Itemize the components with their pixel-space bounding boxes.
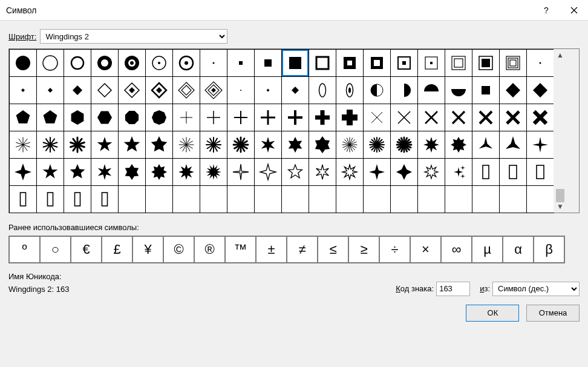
symbol-cell[interactable] bbox=[417, 104, 445, 131]
symbol-cell[interactable] bbox=[118, 185, 146, 213]
symbol-cell[interactable] bbox=[281, 131, 309, 159]
symbol-cell[interactable] bbox=[472, 49, 500, 77]
symbol-cell[interactable] bbox=[118, 104, 146, 131]
symbol-cell[interactable] bbox=[9, 104, 37, 131]
symbol-cell[interactable] bbox=[118, 158, 146, 186]
symbol-cell[interactable] bbox=[472, 131, 500, 159]
symbol-cell[interactable] bbox=[363, 158, 391, 186]
symbol-cell[interactable] bbox=[36, 49, 64, 77]
recent-symbol[interactable]: © bbox=[163, 236, 194, 263]
symbol-cell[interactable] bbox=[309, 131, 336, 159]
symbol-cell[interactable] bbox=[36, 158, 64, 186]
symbol-cell[interactable] bbox=[417, 158, 445, 186]
symbol-cell[interactable] bbox=[309, 76, 336, 104]
symbol-cell[interactable] bbox=[64, 76, 91, 104]
scroll-thumb[interactable] bbox=[556, 189, 564, 202]
recent-symbol[interactable]: £ bbox=[102, 236, 132, 263]
symbol-cell[interactable] bbox=[309, 49, 336, 77]
symbol-cell[interactable] bbox=[417, 49, 445, 77]
symbol-cell[interactable] bbox=[499, 104, 527, 131]
symbol-cell[interactable] bbox=[336, 158, 364, 186]
symbol-cell[interactable] bbox=[526, 131, 554, 159]
symbol-cell[interactable] bbox=[445, 185, 472, 213]
symbol-cell[interactable] bbox=[64, 49, 91, 77]
symbol-cell[interactable] bbox=[36, 131, 64, 159]
symbol-cell[interactable] bbox=[417, 76, 445, 104]
ok-button[interactable]: ОК bbox=[466, 305, 519, 322]
scrollbar[interactable]: ▲ ▼ bbox=[554, 49, 567, 213]
symbol-cell[interactable] bbox=[172, 104, 200, 131]
symbol-cell[interactable] bbox=[200, 76, 227, 104]
symbol-cell[interactable] bbox=[200, 185, 227, 213]
symbol-cell[interactable] bbox=[499, 158, 527, 186]
symbol-cell[interactable] bbox=[145, 104, 173, 131]
symbol-cell[interactable] bbox=[281, 185, 309, 213]
recent-symbol[interactable]: ∞ bbox=[441, 236, 472, 263]
symbol-cell[interactable] bbox=[445, 49, 472, 77]
symbol-cell[interactable] bbox=[64, 104, 91, 131]
symbol-cell[interactable] bbox=[9, 158, 37, 186]
symbol-cell[interactable] bbox=[499, 76, 527, 104]
symbol-cell[interactable] bbox=[526, 185, 554, 213]
symbol-cell[interactable] bbox=[390, 49, 418, 77]
symbol-cell[interactable] bbox=[64, 185, 91, 213]
symbol-cell[interactable] bbox=[9, 49, 37, 77]
symbol-cell[interactable] bbox=[281, 104, 309, 131]
symbol-cell[interactable] bbox=[363, 131, 391, 159]
recent-symbol[interactable]: ○ bbox=[40, 236, 71, 263]
symbol-cell[interactable] bbox=[363, 185, 391, 213]
close-button[interactable] bbox=[560, 0, 588, 21]
symbol-cell[interactable] bbox=[281, 49, 309, 77]
symbol-cell[interactable] bbox=[336, 49, 364, 77]
symbol-cell[interactable] bbox=[526, 76, 554, 104]
symbol-cell[interactable] bbox=[200, 158, 227, 186]
symbol-cell[interactable] bbox=[254, 158, 282, 186]
symbol-cell[interactable] bbox=[499, 131, 527, 159]
symbol-cell[interactable] bbox=[390, 185, 418, 213]
scroll-up-icon[interactable]: ▲ bbox=[557, 51, 564, 59]
symbol-cell[interactable] bbox=[472, 104, 500, 131]
symbol-cell[interactable] bbox=[145, 158, 173, 186]
symbol-cell[interactable] bbox=[390, 104, 418, 131]
symbol-cell[interactable] bbox=[254, 104, 282, 131]
symbol-cell[interactable] bbox=[91, 185, 119, 213]
symbol-cell[interactable] bbox=[390, 131, 418, 159]
symbol-cell[interactable] bbox=[254, 49, 282, 77]
symbol-cell[interactable] bbox=[9, 76, 37, 104]
symbol-cell[interactable] bbox=[200, 49, 227, 77]
recent-symbol[interactable]: µ bbox=[472, 236, 503, 263]
symbol-cell[interactable] bbox=[309, 185, 336, 213]
symbol-cell[interactable] bbox=[499, 49, 527, 77]
symbol-cell[interactable] bbox=[200, 104, 227, 131]
symbol-cell[interactable] bbox=[64, 158, 91, 186]
symbol-cell[interactable] bbox=[91, 131, 119, 159]
symbol-cell[interactable] bbox=[309, 158, 336, 186]
symbol-cell[interactable] bbox=[118, 131, 146, 159]
symbol-cell[interactable] bbox=[145, 49, 173, 77]
symbol-cell[interactable] bbox=[472, 185, 500, 213]
recent-symbol[interactable]: € bbox=[71, 236, 102, 263]
symbol-cell[interactable] bbox=[91, 49, 119, 77]
symbol-cell[interactable] bbox=[526, 49, 554, 77]
symbol-cell[interactable] bbox=[172, 49, 200, 77]
symbol-cell[interactable] bbox=[145, 131, 173, 159]
symbol-cell[interactable] bbox=[227, 131, 255, 159]
symbol-cell[interactable] bbox=[172, 76, 200, 104]
recent-symbol[interactable]: º bbox=[9, 236, 40, 263]
symbol-cell[interactable] bbox=[336, 104, 364, 131]
symbol-cell[interactable] bbox=[472, 158, 500, 186]
recent-symbol[interactable]: ± bbox=[256, 236, 287, 263]
symbol-cell[interactable] bbox=[227, 185, 255, 213]
symbol-cell[interactable] bbox=[445, 104, 472, 131]
symbol-cell[interactable] bbox=[417, 131, 445, 159]
symbol-cell[interactable] bbox=[472, 76, 500, 104]
symbol-cell[interactable] bbox=[200, 131, 227, 159]
symbol-cell[interactable] bbox=[9, 131, 37, 159]
recent-symbol[interactable]: ® bbox=[194, 236, 225, 263]
symbol-cell[interactable] bbox=[64, 131, 91, 159]
recent-symbol[interactable]: ≤ bbox=[318, 236, 348, 263]
symbol-cell[interactable] bbox=[145, 76, 173, 104]
symbol-cell[interactable] bbox=[445, 158, 472, 186]
recent-symbol[interactable]: β bbox=[534, 236, 564, 263]
recent-symbol[interactable]: ÷ bbox=[379, 236, 410, 263]
